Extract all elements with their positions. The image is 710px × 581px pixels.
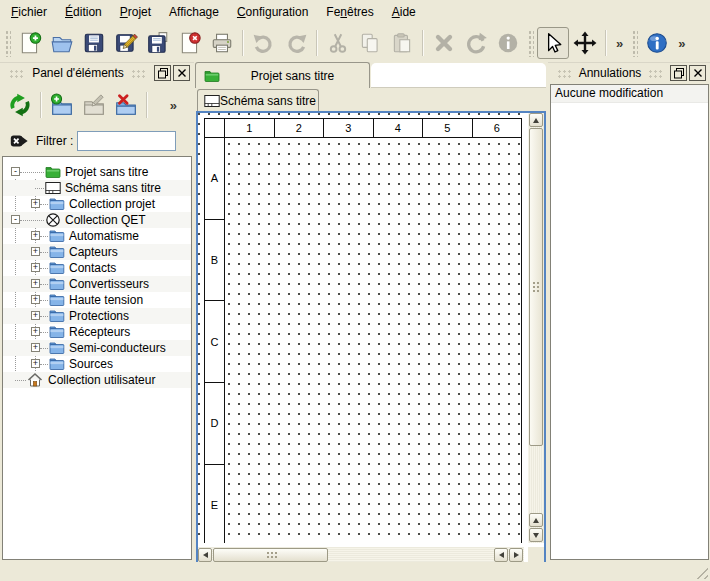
cut-button[interactable] [322,27,354,59]
blue-folder-icon [49,196,65,212]
diagram-canvas[interactable]: 123456 ABCDE [198,113,524,543]
scroll-down-button[interactable] [529,528,543,542]
tree-item-automatisme[interactable]: +Automatisme [3,228,191,244]
info-blue-button[interactable] [641,27,673,59]
close-document-button[interactable] [174,27,206,59]
redo-icon [284,31,308,55]
tree-item-label: Contacts [69,260,116,276]
close-panel-button[interactable] [689,65,706,81]
tree-item-collection-utilisateur[interactable]: Collection utilisateur [3,372,191,388]
vertical-scrollbar[interactable] [528,113,544,543]
undo-list-item[interactable]: Aucune modification [551,85,708,103]
expander-plus[interactable]: + [31,343,40,352]
expander-plus[interactable]: + [31,231,40,240]
elements-panel-titlebar[interactable]: Panel d'éléments [0,62,194,84]
dock-title-texture [131,69,147,78]
vertical-scroll-thumb[interactable] [529,128,543,446]
move-cross-button[interactable] [569,27,601,59]
expander-plus[interactable]: + [31,247,40,256]
horizontal-scroll-thumb[interactable] [213,548,328,562]
expander-plus[interactable]: + [31,359,40,368]
menu-projet[interactable]: Projet [111,1,160,23]
redo-button[interactable] [280,27,312,59]
rotate-button[interactable] [460,27,492,59]
undo-panel-titlebar[interactable]: Annulations [548,62,710,84]
toolbar-separator [422,30,424,56]
close-panel-button[interactable] [173,65,190,81]
tree-item-contacts[interactable]: +Contacts [3,260,191,276]
expander-plus[interactable]: + [31,279,40,288]
expander-minus[interactable]: - [11,215,20,224]
green-folder-icon [45,164,61,180]
new-document-button[interactable] [14,27,46,59]
tree-item-convertisseurs[interactable]: +Convertisseurs [3,276,191,292]
edit-category-button[interactable] [78,89,110,121]
save-button[interactable] [78,27,110,59]
expander-plus[interactable]: + [31,327,40,336]
clear-filter-icon[interactable] [9,131,29,151]
scroll-left-button[interactable] [198,548,212,562]
tree-item-collection-qet[interactable]: -Collection QET [3,212,191,228]
toolbar-overflow-chevron[interactable]: » [611,36,628,51]
menu-aide[interactable]: Aide [383,1,425,23]
scroll-left-button[interactable] [494,548,508,562]
arrow-up-icon [533,118,539,123]
tree-item-capteurs[interactable]: +Capteurs [3,244,191,260]
toolbar-overflow-chevron[interactable]: » [165,98,182,113]
undo-button[interactable] [248,27,280,59]
scroll-up-button[interactable] [529,113,543,127]
elements-panel-toolbar: » [0,84,194,126]
tree-item-sources[interactable]: +Sources [3,356,191,372]
save-as-button[interactable] [110,27,142,59]
arrow-right-icon [514,552,519,558]
float-panel-button[interactable] [670,65,687,81]
tree-item-recepteurs[interactable]: +Récepteurs [3,324,191,340]
reload-button[interactable] [4,89,36,121]
tab-schema-sans-titre[interactable]: Schéma sans titre [197,89,319,111]
expander-plus[interactable]: + [31,263,40,272]
paste-icon [390,31,414,55]
menu-fichier[interactable]: Fichier [2,1,56,23]
toolbar-overflow-chevron[interactable]: » [673,36,690,51]
tree-item-protections[interactable]: +Protections [3,308,191,324]
menu-affichage[interactable]: Affichage [160,1,228,23]
filter-input[interactable] [77,131,176,151]
toolbar-handle[interactable] [4,29,11,57]
save-all-button[interactable] [142,27,174,59]
toolbar-handle[interactable] [631,29,638,57]
print-button[interactable] [206,27,238,59]
float-panel-button[interactable] [154,65,171,81]
blue-folder-icon [49,356,65,372]
scroll-right-button[interactable] [509,548,523,562]
menu-configuration[interactable]: Configuration [228,1,317,23]
tree-item-label: Collection utilisateur [48,372,155,388]
scroll-up-button[interactable] [529,513,543,527]
tree-item-schema-sans-titre[interactable]: Schéma sans titre [3,180,191,196]
tree-item-label: Semi-conducteurs [69,340,166,356]
new-document-icon [18,31,42,55]
delete-category-button[interactable] [110,89,142,121]
resize-grip[interactable] [695,566,708,579]
filter-row: Filtrer : [0,128,194,154]
tree-item-collection-projet[interactable]: +Collection projet [3,196,191,212]
new-category-button[interactable] [46,89,78,121]
paste-button[interactable] [386,27,418,59]
expander-plus[interactable]: + [31,295,40,304]
tree-item-projet-sans-titre[interactable]: -Projet sans titre [3,164,191,180]
expander-plus[interactable]: + [31,199,40,208]
horizontal-scrollbar[interactable] [198,547,524,563]
delete-button[interactable] [428,27,460,59]
tree-item-haute-tension[interactable]: +Haute tension [3,292,191,308]
expander-plus[interactable]: + [31,311,40,320]
copy-button[interactable] [354,27,386,59]
menu-edition[interactable]: Édition [56,1,111,23]
info-gray-button[interactable] [492,27,524,59]
select-arrow-button[interactable] [537,27,569,59]
open-folder-button[interactable] [46,27,78,59]
tree-item-semi-conducteurs[interactable]: +Semi-conducteurs [3,340,191,356]
menu-fenetres[interactable]: Fenêtres [317,1,382,23]
toolbar-handle[interactable] [527,29,534,57]
expander-minus[interactable]: - [11,167,20,176]
main-toolbar: »» [0,24,710,63]
tab-projet-sans-titre[interactable]: Projet sans titre [195,62,370,88]
